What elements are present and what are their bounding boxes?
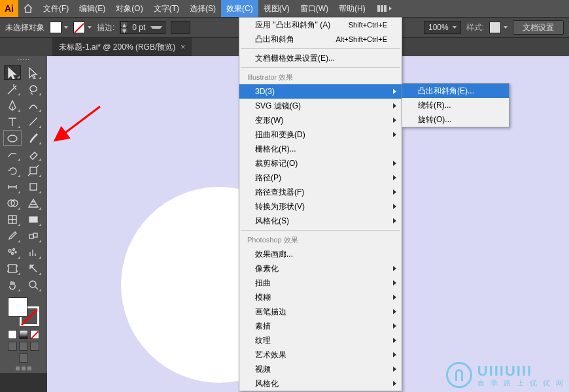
graphic-style-swatch[interactable] bbox=[489, 22, 508, 33]
svg-rect-8 bbox=[33, 233, 37, 237]
paintbrush-tool[interactable] bbox=[25, 131, 42, 145]
menu-item[interactable]: 应用 "凸出和斜角" (A)Shift+Ctrl+E bbox=[239, 18, 402, 32]
app-logo: Ai bbox=[0, 0, 18, 17]
curvature-tool[interactable] bbox=[25, 98, 42, 112]
close-tab-icon[interactable]: × bbox=[181, 42, 185, 52]
menubar-item[interactable]: 文字(T) bbox=[148, 0, 184, 17]
tool-panel bbox=[0, 56, 47, 373]
workspace-switcher-icon[interactable] bbox=[377, 5, 392, 12]
home-icon[interactable] bbox=[18, 0, 38, 17]
menubar-item[interactable]: 视图(V) bbox=[258, 0, 295, 17]
menu-item[interactable]: 变形(W) bbox=[239, 113, 402, 127]
menubar-item[interactable]: 帮助(H) bbox=[334, 0, 371, 17]
menu-item[interactable]: 转换为形状(V) bbox=[239, 199, 402, 214]
stroke-profile[interactable] bbox=[171, 21, 190, 34]
draw-normal-icon[interactable] bbox=[8, 342, 17, 351]
slice-tool[interactable] bbox=[25, 261, 42, 276]
svg-rect-13 bbox=[9, 265, 16, 272]
svg-rect-6 bbox=[29, 217, 37, 222]
menu-item[interactable]: 效果画廊... bbox=[239, 247, 402, 261]
perspective-grid-tool[interactable] bbox=[25, 196, 42, 210]
symbol-sprayer-tool[interactable] bbox=[4, 245, 21, 259]
stroke-weight-input[interactable]: ▴▾ 0 pt bbox=[120, 21, 165, 34]
selection-tool[interactable] bbox=[4, 65, 21, 80]
menu-item[interactable]: 模糊 bbox=[239, 290, 402, 304]
menu-item[interactable]: 凸出和斜角(E)... bbox=[402, 84, 509, 98]
menu-item[interactable]: 风格化(S) bbox=[239, 214, 402, 228]
menu-header-illustrator: Illustrator 效果 bbox=[239, 70, 402, 84]
menu-item[interactable]: 艺术效果 bbox=[239, 348, 402, 362]
watermark: UIIIUIII 自 学 路 上 优 优 网 bbox=[446, 362, 565, 388]
shape-builder-tool[interactable] bbox=[4, 196, 21, 210]
menu-item[interactable]: 绕转(R)... bbox=[402, 98, 509, 112]
pen-tool[interactable] bbox=[4, 98, 21, 112]
ellipse-tool[interactable] bbox=[4, 131, 21, 145]
color-mode-icon[interactable] bbox=[8, 330, 17, 339]
svg-point-11 bbox=[12, 253, 14, 255]
menubar-item[interactable]: 选择(S) bbox=[184, 0, 221, 17]
none-mode-icon[interactable] bbox=[30, 330, 39, 339]
type-tool[interactable] bbox=[4, 114, 21, 129]
eyedropper-tool[interactable] bbox=[4, 229, 21, 243]
screen-mode-icon[interactable] bbox=[19, 353, 28, 363]
mesh-tool[interactable] bbox=[4, 212, 21, 227]
selection-status: 未选择对象 bbox=[5, 22, 44, 33]
menu-item[interactable]: 风格化 bbox=[239, 376, 402, 391]
svg-rect-7 bbox=[29, 235, 33, 238]
gradient-tool[interactable] bbox=[25, 212, 42, 227]
menu-item-doc-grid[interactable]: 文档栅格效果设置(E)... bbox=[239, 51, 402, 65]
svg-rect-1 bbox=[30, 167, 37, 174]
zoom-tool[interactable] bbox=[25, 278, 42, 292]
free-transform-tool[interactable] bbox=[25, 180, 42, 194]
draw-inside-icon[interactable] bbox=[30, 342, 39, 351]
menubar-item[interactable]: 对象(O) bbox=[111, 0, 148, 17]
stroke-swatch[interactable] bbox=[73, 22, 92, 33]
style-label: 样式: bbox=[466, 22, 484, 33]
shaper-tool[interactable] bbox=[4, 147, 21, 161]
lasso-tool[interactable] bbox=[25, 82, 42, 96]
eraser-tool[interactable] bbox=[25, 147, 42, 161]
artboard-tool[interactable] bbox=[4, 261, 21, 276]
menubar-item[interactable]: 文件(F) bbox=[38, 0, 74, 17]
menu-item[interactable]: 扭曲 bbox=[239, 276, 402, 290]
fill-stroke-indicator[interactable] bbox=[7, 296, 41, 327]
watermark-logo-icon bbox=[446, 362, 472, 388]
svg-point-14 bbox=[29, 281, 36, 287]
menu-item[interactable]: 画笔描边 bbox=[239, 304, 402, 319]
menu-item[interactable]: 扭曲和变换(D) bbox=[239, 127, 402, 142]
menu-item[interactable]: 视频 bbox=[239, 362, 402, 376]
scale-tool[interactable] bbox=[25, 163, 42, 178]
fill-color-icon[interactable] bbox=[8, 297, 27, 317]
width-tool[interactable] bbox=[4, 180, 21, 194]
document-tab[interactable]: 未标题-1.ai* @ 200% (RGB/预览) × bbox=[52, 39, 192, 56]
draw-behind-icon[interactable] bbox=[19, 342, 28, 351]
menu-item[interactable]: 3D(3) bbox=[239, 84, 402, 99]
menu-item[interactable]: 凸出和斜角Alt+Shift+Ctrl+E bbox=[239, 32, 402, 46]
menubar-item[interactable]: 效果(C) bbox=[221, 0, 258, 17]
document-setup-button[interactable]: 文档设置 bbox=[513, 20, 564, 35]
menu-item[interactable]: 纹理 bbox=[239, 333, 402, 348]
column-graph-tool[interactable] bbox=[25, 245, 42, 259]
rotate-tool[interactable] bbox=[4, 163, 21, 178]
menu-item[interactable]: 裁剪标记(O) bbox=[239, 156, 402, 171]
gradient-mode-icon[interactable] bbox=[19, 330, 28, 339]
direct-selection-tool[interactable] bbox=[25, 65, 42, 80]
effects-menu: 应用 "凸出和斜角" (A)Shift+Ctrl+E凸出和斜角Alt+Shift… bbox=[239, 17, 402, 391]
menu-item[interactable]: 旋转(O)... bbox=[402, 112, 509, 127]
hand-tool[interactable] bbox=[4, 278, 21, 292]
menu-item[interactable]: 栅格化(R)... bbox=[239, 142, 402, 156]
blend-tool[interactable] bbox=[25, 229, 42, 243]
menubar-item[interactable]: 窗口(W) bbox=[295, 0, 334, 17]
line-tool[interactable] bbox=[25, 114, 42, 129]
menu-item[interactable]: SVG 滤镜(G) bbox=[239, 99, 402, 113]
menu-item[interactable]: 素描 bbox=[239, 319, 402, 333]
menubar-item[interactable]: 编辑(E) bbox=[74, 0, 111, 17]
zoom-input[interactable]: 100% bbox=[424, 21, 461, 34]
menu-item[interactable]: 像素化 bbox=[239, 261, 402, 276]
fill-swatch[interactable] bbox=[50, 22, 68, 33]
menu-item[interactable]: 路径查找器(F) bbox=[239, 185, 402, 199]
magic-wand-tool[interactable] bbox=[4, 82, 21, 96]
annotation-arrow bbox=[58, 103, 103, 142]
menu-item[interactable]: 路径(P) bbox=[239, 171, 402, 185]
svg-point-10 bbox=[13, 249, 15, 251]
